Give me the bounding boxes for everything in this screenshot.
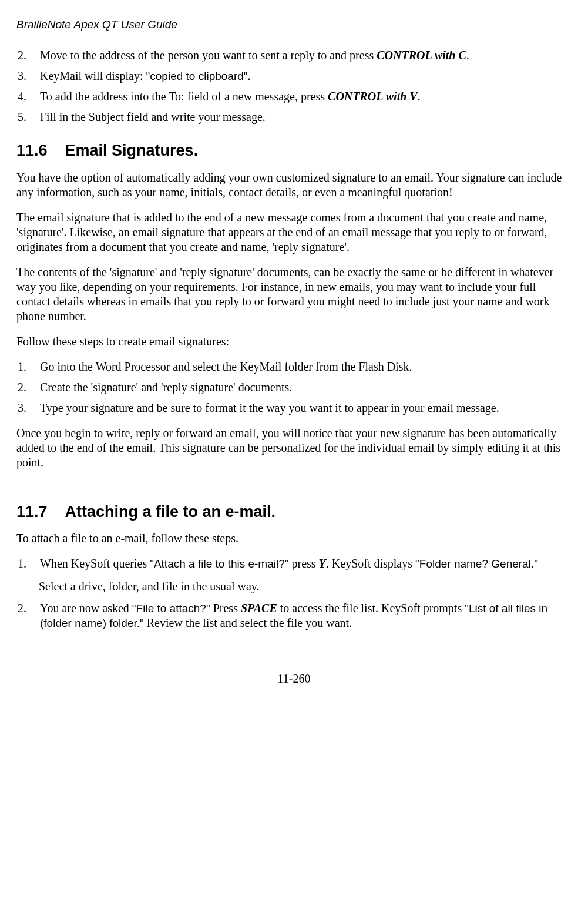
text: When KeySoft queries: [40, 557, 150, 570]
paragraph: You have the option of automatically add…: [16, 170, 572, 200]
text: KeyMail will display:: [40, 69, 146, 82]
list-item: 3. KeyMail will display: "copied to clip…: [16, 69, 572, 83]
list-number: 2.: [16, 380, 40, 395]
ui-text: "copied to clipboard": [146, 70, 248, 82]
list-number: 4.: [16, 89, 40, 104]
list-item: 2. Move to the address of the person you…: [16, 48, 572, 63]
page-number: 11-260: [16, 671, 572, 686]
text: to access the file list. KeySoft prompts: [277, 602, 465, 615]
paragraph: Follow these steps to create email signa…: [16, 334, 572, 349]
text: To add the address into the To: field of…: [40, 90, 328, 103]
list-item: 2. Create the 'signature' and 'reply sig…: [16, 380, 572, 395]
paragraph: Once you begin to write, reply or forwar…: [16, 426, 572, 470]
list-body: To add the address into the To: field of…: [40, 89, 572, 104]
key-text: Y: [319, 557, 326, 570]
text: .: [248, 69, 251, 82]
list-body: Fill in the Subject field and write your…: [40, 110, 572, 125]
paragraph: The contents of the 'signature' and 'rep…: [16, 265, 572, 324]
list-item: 4. To add the address into the To: field…: [16, 89, 572, 104]
list-body: Create the 'signature' and 'reply signat…: [40, 380, 572, 395]
list-item: 5. Fill in the Subject field and write y…: [16, 110, 572, 125]
top-numbered-list: 2. Move to the address of the person you…: [16, 48, 572, 125]
steps-list-11-7: 1. When KeySoft queries "Attach a file t…: [16, 556, 572, 571]
ui-text: "Attach a file to this e-mail?": [150, 558, 288, 570]
list-item: 2. You are now asked "File to attach?" P…: [16, 601, 572, 630]
list-number: 3.: [16, 401, 40, 415]
paragraph: To attach a file to an e-mail, follow th…: [16, 531, 572, 546]
list-item: 1. Go into the Word Processor and select…: [16, 360, 572, 374]
text: .: [466, 49, 469, 62]
steps-list-11-6: 1. Go into the Word Processor and select…: [16, 360, 572, 415]
section-heading-11-7: 11.7Attaching a file to an e-mail.: [16, 502, 572, 522]
list-body: Type your signature and be sure to forma…: [40, 401, 572, 415]
command-text: CONTROL with C: [377, 49, 466, 62]
list-number: 5.: [16, 110, 40, 125]
text: You are now asked: [40, 602, 132, 615]
list-number: 3.: [16, 69, 40, 83]
list-number: 2.: [16, 48, 40, 63]
section-title: Attaching a file to an e-mail.: [65, 503, 276, 521]
steps-list-11-7b: 2. You are now asked "File to attach?" P…: [16, 601, 572, 630]
section-number: 11.6: [16, 141, 48, 161]
text: Move to the address of the person you wa…: [40, 49, 377, 62]
key-text: SPACE: [241, 602, 277, 615]
ui-text: "Folder name? General.": [415, 558, 538, 570]
list-body: You are now asked "File to attach?" Pres…: [40, 601, 572, 630]
list-item: 1. When KeySoft queries "Attach a file t…: [16, 556, 572, 571]
text: . KeySoft displays: [326, 557, 415, 570]
list-body: Go into the Word Processor and select th…: [40, 360, 572, 374]
text: press: [288, 557, 318, 570]
list-body: When KeySoft queries "Attach a file to t…: [40, 556, 572, 571]
section-title: Email Signatures.: [65, 142, 199, 159]
list-item: 3. Type your signature and be sure to fo…: [16, 401, 572, 415]
list-number: 2.: [16, 601, 40, 630]
list-body: KeyMail will display: "copied to clipboa…: [40, 69, 572, 83]
ui-text: "File to attach?": [132, 602, 210, 615]
text: .: [418, 90, 421, 103]
page-header-title: BrailleNote Apex QT User Guide: [16, 18, 572, 32]
list-body: Move to the address of the person you wa…: [40, 48, 572, 63]
sub-paragraph: Select a drive, folder, and file in the …: [39, 579, 572, 594]
command-text: CONTROL with V: [328, 90, 418, 103]
list-number: 1.: [16, 360, 40, 374]
paragraph: The email signature that is added to the…: [16, 210, 572, 254]
section-number: 11.7: [16, 502, 48, 522]
text: Press: [210, 602, 241, 615]
section-heading-11-6: 11.6Email Signatures.: [16, 141, 572, 161]
list-number: 1.: [16, 556, 40, 571]
text: Review the list and select the file you …: [144, 616, 352, 629]
